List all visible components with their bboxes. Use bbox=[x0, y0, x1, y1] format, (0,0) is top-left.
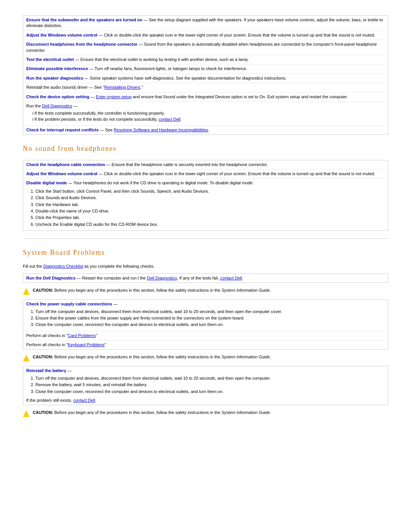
battery-box: Reinstall the battery — Turn off the com… bbox=[23, 366, 388, 405]
diag-bullet-2: If the problem persists, or if the tests… bbox=[32, 117, 385, 122]
headphone-volume-bold: Adjust the Windows volume control bbox=[26, 171, 97, 176]
digital-step-5: Click the Properties tab. bbox=[35, 215, 385, 220]
caution-icon-2 bbox=[23, 355, 30, 361]
perform-keyboard-text: Perform all checks in "Keyboard Problems… bbox=[26, 342, 106, 347]
windows-volume-bold: Adjust the Windows volume control bbox=[26, 33, 97, 37]
digital-step-4: Double-click the name of your CD drive. bbox=[35, 208, 385, 214]
disable-digital-text: Your headphones do not work if the CD dr… bbox=[73, 181, 253, 185]
run-dell-diag-text: Run the Dell Diagnostics — bbox=[26, 104, 78, 108]
dell-diag-bullets: If the tests complete successfully, the … bbox=[26, 110, 385, 122]
eliminate-interference-text: Turn off nearby fans, fluorescent lights… bbox=[95, 66, 247, 71]
run-dell-diag-board-text: Restart the computer and run t the Dell … bbox=[82, 276, 243, 280]
reinstall-battery-bold: Reinstall the battery bbox=[26, 368, 66, 373]
caution-block-1: CAUTION: Before you begin any of the pro… bbox=[23, 288, 388, 295]
test-electrical-row: Test the electrIcal outlet — Ensure that… bbox=[23, 55, 388, 64]
run-dell-diag-board-row: Run the Dell Diagnostics — Restart the c… bbox=[23, 274, 388, 283]
check-interrupt-bold: Check for interrupt request conflicts bbox=[26, 128, 99, 132]
windows-volume-text: Click or double-click the speaker icon i… bbox=[104, 33, 375, 37]
digital-step-1: Click the Start button, click Control Pa… bbox=[35, 189, 385, 194]
power-supply-row: Check the power supply cable connections… bbox=[23, 300, 388, 331]
run-dell-diag-board-box: Run the Dell Diagnostics — Restart the c… bbox=[23, 273, 388, 283]
eliminate-interference-bold: Eliminate possible interference bbox=[26, 66, 88, 71]
speaker-diagnostics-row: Run the speaker diagnostics — Some speak… bbox=[23, 74, 388, 83]
diagnostics-checklist-link[interactable]: Diagnostics Checklist bbox=[43, 264, 83, 268]
check-interrupt-row: Check for interrupt request conflicts — … bbox=[23, 126, 388, 134]
disconnect-headphones-row: Disconnect headphones from the headphone… bbox=[23, 40, 388, 55]
caution-text-2: CAUTION: Before you begin any of the pro… bbox=[33, 354, 271, 360]
dell-diagnostics-link-2[interactable]: Dell Diagnostics bbox=[147, 276, 177, 280]
disconnect-headphones-dash: — bbox=[139, 42, 144, 46]
check-interrupt-text: See Resolving Software and Hardware Inco… bbox=[105, 128, 209, 132]
caution-icon-3 bbox=[23, 410, 30, 417]
battery-steps: Turn off the computer and devices, disco… bbox=[26, 375, 385, 395]
speaker-diagnostics-text: Some speaker systems have self-diagnosti… bbox=[90, 76, 287, 80]
run-dell-diag-board-bold: Run the Dell Diagnostics bbox=[26, 276, 76, 280]
headphone-cable-row: Check the headphone cable connection — E… bbox=[23, 160, 388, 169]
test-electrical-text: Ensure that the electrical outlet is wor… bbox=[80, 57, 249, 62]
reinstalling-drivers-link[interactable]: Reinstalling Drivers bbox=[104, 85, 140, 89]
power-step-3: Close the computer cover, reconnect the … bbox=[35, 322, 385, 328]
card-problems-link[interactable]: Card Problems bbox=[68, 333, 96, 338]
headphone-volume-text: Click or double-click the speaker icon i… bbox=[104, 171, 375, 176]
eliminate-interference-row: Eliminate possible interference — Turn o… bbox=[23, 64, 388, 73]
test-electrical-dash: — bbox=[75, 57, 80, 62]
reinstall-battery-dash: — bbox=[67, 368, 72, 373]
battery-step-3: Close the computer cover, reconnect the … bbox=[35, 389, 385, 395]
headphone-cable-dash: — bbox=[106, 162, 112, 167]
windows-volume-dash: — bbox=[99, 33, 104, 37]
eliminate-interference-dash: — bbox=[89, 66, 95, 71]
dell-diagnostics-link[interactable]: Dell Diagnostics bbox=[42, 104, 72, 108]
power-step-2: Ensure that the power cables from the po… bbox=[35, 315, 385, 321]
disconnect-headphones-bold: Disconnect headphones from the headphone… bbox=[26, 42, 137, 46]
resolving-software-link[interactable]: Resolving Software and Hardware Incompat… bbox=[114, 128, 208, 132]
perform-card-problems-row: Perform all checks in "Card Problems" bbox=[23, 331, 388, 340]
caution-text-3: CAUTION: Before you begin any of the pro… bbox=[33, 410, 271, 415]
sound-issues-box: Ensure that the subwoofer and the speake… bbox=[23, 15, 388, 135]
caution-text-1: CAUTION: Before you begin any of the pro… bbox=[33, 288, 271, 293]
perform-keyboard-problems-row: Perform all checks in "Keyboard Problems… bbox=[23, 340, 388, 349]
test-electrical-bold: Test the electrIcal outlet bbox=[26, 57, 74, 62]
run-dell-diag-board-dash: — bbox=[77, 276, 82, 280]
subwoofer-row: Ensure that the subwoofer and the speake… bbox=[23, 16, 388, 31]
system-board-intro: Fill out the Diagnostics Checklist as yo… bbox=[23, 264, 388, 269]
reinstall-battery-row: Reinstall the battery — Turn off the com… bbox=[23, 366, 388, 405]
caution-icon-1 bbox=[23, 288, 30, 295]
headphone-volume-row: Adjust the Windows volume control — Clic… bbox=[23, 169, 388, 179]
speaker-diagnostics-dash: — bbox=[84, 76, 90, 80]
subwoofer-dash: — bbox=[143, 18, 149, 22]
reinstall-audio-text: Reinstall the audio (sound) driver — See… bbox=[26, 85, 143, 89]
enter-system-setup-link[interactable]: Enter system setup bbox=[96, 94, 132, 99]
contact-dell-link-2[interactable]: contact Dell bbox=[220, 276, 242, 280]
check-device-option-row: Check the device option setting — Enter … bbox=[23, 93, 388, 102]
keyboard-problems-link[interactable]: Keyboard Problems bbox=[68, 342, 105, 347]
disable-digital-mode-row: Disable digital mode — Your headphones d… bbox=[23, 179, 388, 230]
check-interrupt-dash: — bbox=[100, 128, 105, 132]
system-board-title: System Board Problems bbox=[23, 248, 388, 257]
battery-footer: If the problem still exists, contact Del… bbox=[26, 398, 385, 403]
reinstall-audio-row: Reinstall the audio (sound) driver — See… bbox=[23, 83, 388, 92]
power-step-1: Turn off the computer and devices, disco… bbox=[35, 309, 385, 315]
power-supply-box: Check the power supply cable connections… bbox=[23, 299, 388, 350]
power-supply-steps: Turn off the computer and devices, disco… bbox=[26, 309, 385, 328]
check-device-bold: Check the device option setting bbox=[26, 94, 89, 99]
subwoofer-bold: Ensure that the subwoofer and the speake… bbox=[26, 18, 142, 22]
contact-dell-link-1[interactable]: contact Dell bbox=[159, 117, 180, 121]
headphone-volume-dash: — bbox=[99, 171, 104, 176]
speaker-diagnostics-bold: Run the speaker diagnostics bbox=[26, 76, 83, 80]
digital-step-2: Click Sounds and Audio Devices. bbox=[35, 195, 385, 201]
check-device-dash: — bbox=[91, 94, 96, 99]
disable-digital-dash: — bbox=[68, 181, 73, 185]
check-device-text: and ensure that Sound under the Integrat… bbox=[133, 94, 348, 99]
disable-digital-steps: Click the Start button, click Control Pa… bbox=[26, 189, 385, 227]
digital-step-3: Click the Hardware tab. bbox=[35, 202, 385, 208]
headphones-box: Check the headphone cable connection — E… bbox=[23, 160, 388, 231]
caution-block-2: CAUTION: Before you begin any of the pro… bbox=[23, 354, 388, 361]
windows-volume-row: Adjust the Windows volume control — Clic… bbox=[23, 31, 388, 40]
battery-step-1: Turn off the computer and devices, disco… bbox=[35, 375, 385, 381]
disable-digital-bold: Disable digital mode bbox=[26, 181, 67, 185]
section-divider bbox=[23, 238, 388, 239]
diag-bullet-1: If the tests complete successfully, the … bbox=[32, 110, 385, 116]
contact-dell-link-3[interactable]: contact Dell bbox=[73, 398, 95, 403]
run-dell-diag-sound-row: Run the Dell Diagnostics — If the tests … bbox=[23, 102, 388, 126]
power-supply-bold: Check the power supply cable connections bbox=[26, 302, 112, 306]
